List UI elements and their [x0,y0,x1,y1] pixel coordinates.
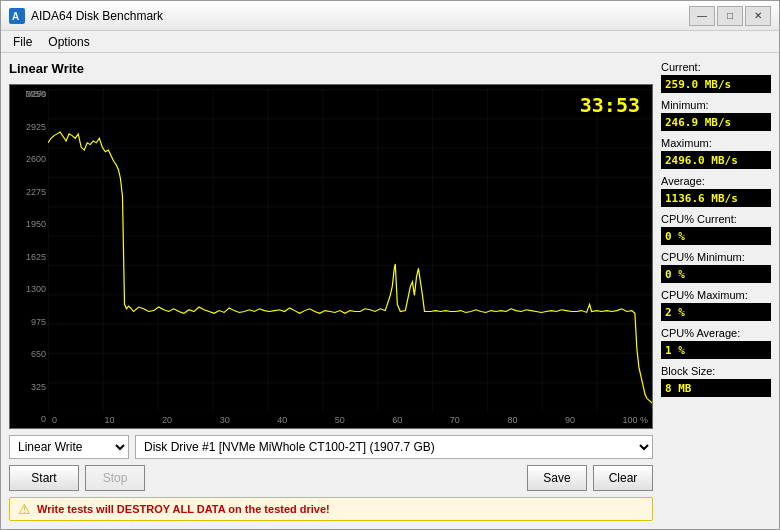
content-area: Linear Write MB/s 3250 2925 2600 2275 19… [1,53,779,529]
maximum-value: 2496.0 MB/s [661,151,771,169]
test-type-dropdown[interactable]: Linear Write Linear Read Random Write Ra… [9,435,129,459]
stat-block-size: Block Size: 8 MB [661,365,771,397]
cpu-maximum-label: CPU% Maximum: [661,289,771,301]
x-axis: 0 10 20 30 40 50 60 70 80 90 100 % [48,412,652,428]
menu-file[interactable]: File [5,33,40,51]
y-axis: MB/s 3250 2925 2600 2275 1950 1625 1300 … [10,85,48,428]
y-label-1950: 1950 [12,219,46,229]
cpu-current-label: CPU% Current: [661,213,771,225]
y-label-650: 650 [12,349,46,359]
left-panel: Linear Write MB/s 3250 2925 2600 2275 19… [9,61,653,521]
stat-cpu-maximum: CPU% Maximum: 2 % [661,289,771,321]
mb-unit: MB/s [12,89,46,99]
cpu-maximum-value: 2 % [661,303,771,321]
x-label-70: 70 [450,415,460,425]
cpu-average-value: 1 % [661,341,771,359]
disk-dropdown[interactable]: Disk Drive #1 [NVMe MiWhole CT100-2T] (1… [135,435,653,459]
stat-maximum: Maximum: 2496.0 MB/s [661,137,771,169]
y-label-2925: 2925 [12,122,46,132]
warning-row: ⚠ Write tests will DESTROY ALL DATA on t… [9,497,653,521]
minimum-value: 246.9 MB/s [661,113,771,131]
y-label-2275: 2275 [12,187,46,197]
window-title: AIDA64 Disk Benchmark [31,9,689,23]
x-label-20: 20 [162,415,172,425]
block-size-label: Block Size: [661,365,771,377]
warning-text: Write tests will DESTROY ALL DATA on the… [37,503,330,515]
x-label-40: 40 [277,415,287,425]
start-button[interactable]: Start [9,465,79,491]
main-window: A AIDA64 Disk Benchmark — □ ✕ File Optio… [0,0,780,530]
current-value: 259.0 MB/s [661,75,771,93]
block-size-value: 8 MB [661,379,771,397]
stat-minimum: Minimum: 246.9 MB/s [661,99,771,131]
y-label-0: 0 [12,414,46,424]
cpu-current-value: 0 % [661,227,771,245]
save-button[interactable]: Save [527,465,587,491]
current-label: Current: [661,61,771,73]
stat-cpu-current: CPU% Current: 0 % [661,213,771,245]
average-value: 1136.6 MB/s [661,189,771,207]
x-label-80: 80 [507,415,517,425]
close-button[interactable]: ✕ [745,6,771,26]
x-label-10: 10 [105,415,115,425]
app-icon: A [9,8,25,24]
stat-average: Average: 1136.6 MB/s [661,175,771,207]
window-controls: — □ ✕ [689,6,771,26]
minimize-button[interactable]: — [689,6,715,26]
x-label-50: 50 [335,415,345,425]
y-label-1625: 1625 [12,252,46,262]
menu-bar: File Options [1,31,779,53]
chart-title: Linear Write [9,61,653,76]
y-label-2600: 2600 [12,154,46,164]
x-label-90: 90 [565,415,575,425]
stat-cpu-minimum: CPU% Minimum: 0 % [661,251,771,283]
menu-options[interactable]: Options [40,33,97,51]
cpu-minimum-value: 0 % [661,265,771,283]
right-panel: Current: 259.0 MB/s Minimum: 246.9 MB/s … [661,61,771,521]
cpu-minimum-label: CPU% Minimum: [661,251,771,263]
y-label-1300: 1300 [12,284,46,294]
svg-text:A: A [12,11,19,22]
stat-current: Current: 259.0 MB/s [661,61,771,93]
stat-cpu-average: CPU% Average: 1 % [661,327,771,359]
maximum-label: Maximum: [661,137,771,149]
warning-icon: ⚠ [18,501,31,517]
chart-graph [48,89,652,412]
title-bar: A AIDA64 Disk Benchmark — □ ✕ [1,1,779,31]
minimum-label: Minimum: [661,99,771,111]
chart-container: MB/s 3250 2925 2600 2275 1950 1625 1300 … [9,84,653,429]
cpu-average-label: CPU% Average: [661,327,771,339]
chart-timer: 33:53 [580,93,640,117]
stop-button[interactable]: Stop [85,465,145,491]
x-label-30: 30 [220,415,230,425]
x-label-0: 0 [52,415,57,425]
maximize-button[interactable]: □ [717,6,743,26]
controls-row: Linear Write Linear Read Random Write Ra… [9,435,653,459]
x-label-100: 100 % [622,415,648,425]
y-label-325: 325 [12,382,46,392]
y-label-975: 975 [12,317,46,327]
x-label-60: 60 [392,415,402,425]
average-label: Average: [661,175,771,187]
svg-rect-2 [48,89,652,412]
clear-button[interactable]: Clear [593,465,653,491]
action-row: Start Stop Save Clear [9,465,653,491]
